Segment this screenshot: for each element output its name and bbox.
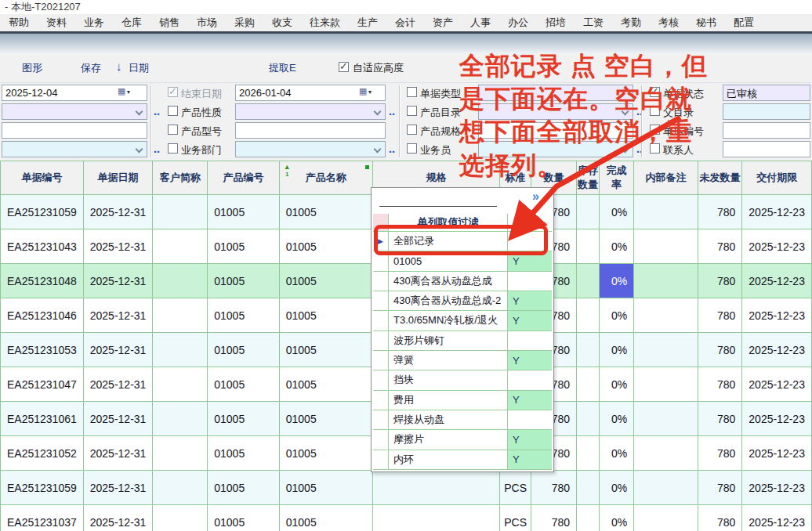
cell-product-name[interactable]: 01005 [279,298,372,333]
cell-due-date[interactable]: 2025-12-23 [742,436,812,471]
cell-unsent-qty[interactable]: 780 [698,436,741,471]
popup-item-label[interactable]: 430离合器从动盘总成-2 [389,291,508,310]
end-date-checkbox[interactable] [168,87,178,97]
cell-unsent-qty[interactable]: 780 [698,298,741,333]
chevron-down-icon[interactable] [374,146,382,154]
save-button[interactable]: 保存 [81,61,101,75]
cell-stock-qty[interactable] [577,298,600,333]
column-header[interactable]: 单据日期 [83,161,153,195]
cell-unit[interactable]: PCS [500,471,531,505]
cell-internal-note[interactable] [634,505,698,531]
cell-product-name[interactable]: 01005 [279,264,372,298]
popup-multi-cell[interactable] [508,331,552,350]
column-header[interactable]: 完成 率 [599,161,633,195]
cell-spec[interactable] [372,471,500,505]
cell-product-name[interactable]: 01005 [279,436,372,471]
cell-stock-qty[interactable] [577,333,600,367]
menu-item[interactable]: 招培 [537,14,575,31]
product-catalog-checkbox[interactable] [407,106,417,116]
popup-multi-cell[interactable]: Y [508,311,552,330]
chevron-down-icon[interactable] [136,108,143,116]
cell-unsent-qty[interactable]: 780 [698,333,741,367]
cell-product-name[interactable]: 01005 [279,333,372,367]
popup-item-label[interactable]: 波形片铆钉 [389,331,508,350]
parent-catalog-input[interactable] [723,103,810,120]
menu-item[interactable]: 考核 [650,14,687,31]
menu-item[interactable]: 业务 [75,14,113,31]
cell-doc-date[interactable]: 2025-12-31 [83,505,153,531]
cell-doc-date[interactable]: 2025-12-31 [83,402,153,436]
cell-product-name[interactable]: 01005 [279,471,372,505]
cell-customer[interactable] [153,333,208,367]
popup-row[interactable]: 内环Y [373,450,552,470]
browse-button[interactable]: ‥ [154,144,161,155]
cell-product-code[interactable]: 01005 [208,436,280,471]
menu-item[interactable]: 配置 [725,14,763,31]
text-input[interactable] [235,122,386,139]
chevron-down-icon[interactable] [136,146,143,154]
cell-internal-note[interactable] [634,367,698,402]
popup-row[interactable]: 费用Y [373,391,552,410]
cell-complete-rate[interactable]: 0% [599,402,633,436]
expand-icon[interactable]: » [532,190,539,204]
cell-unsent-qty[interactable]: 780 [698,229,741,264]
cell-unit[interactable]: PCS [500,505,531,531]
cell-doc-date[interactable]: 2025-12-31 [83,436,153,471]
cell-due-date[interactable]: 2025-12-23 [742,367,812,402]
cell-doc-no[interactable]: EA251231043 [1,229,84,264]
popup-search-input[interactable] [379,193,497,207]
cell-doc-no[interactable]: EA251231046 [1,298,84,333]
cell-due-date[interactable]: 2025-12-23 [742,402,812,436]
popup-item-label[interactable]: 摩擦片 [389,430,508,449]
extract-button[interactable]: 提取E [269,61,296,75]
chevron-down-icon[interactable] [374,108,382,116]
menu-item[interactable]: 秘书 [687,14,725,31]
cell-internal-note[interactable] [634,298,698,333]
popup-multi-cell[interactable]: Y [508,391,552,410]
cell-product-name[interactable]: 01005 [279,505,372,531]
cell-due-date[interactable]: 2025-12-23 [742,505,812,531]
menu-item[interactable]: 办公 [499,14,537,31]
cell-doc-no[interactable]: EA251231037 [1,505,84,531]
cell-doc-date[interactable]: 2025-12-31 [83,471,153,505]
cell-doc-date[interactable]: 2025-12-31 [83,333,153,367]
cell-qty[interactable]: 780 [531,505,576,531]
table-row[interactable]: EA2512310372025-12-310100501005PCS7800%7… [1,505,812,531]
cell-product-name[interactable]: 01005 [279,195,372,229]
cell-doc-date[interactable]: 2025-12-31 [83,195,153,229]
cell-customer[interactable] [153,471,208,505]
autofit-checkbox[interactable] [339,62,349,72]
cell-complete-rate[interactable]: 0% [599,298,633,333]
menu-item[interactable]: 往来款 [301,14,349,31]
popup-multi-cell[interactable]: Y [508,450,552,469]
cell-unsent-qty[interactable]: 780 [698,264,741,298]
menu-item[interactable]: 资料 [38,14,75,31]
menu-item[interactable]: 收支 [263,14,301,31]
cell-unsent-qty[interactable]: 780 [698,471,741,505]
cell-customer[interactable] [153,264,208,298]
cell-complete-rate[interactable]: 0% [599,367,633,402]
popup-row[interactable]: 430离合器从动盘总成 [373,272,552,291]
contact-input[interactable] [723,141,810,157]
browse-button[interactable]: ‥ [389,144,396,155]
cell-stock-qty[interactable] [577,264,600,298]
cell-stock-qty[interactable] [577,505,600,531]
cell-complete-rate[interactable]: 0% [599,333,633,367]
popup-item-label[interactable]: 内环 [389,450,508,469]
popup-row[interactable]: 430离合器从动盘总成-2Y [373,291,552,311]
cell-internal-note[interactable] [634,471,698,505]
cell-stock-qty[interactable] [577,436,600,471]
cell-stock-qty[interactable] [577,402,600,436]
column-header[interactable]: 交付期限 [742,161,812,195]
popup-row[interactable]: T3.0/65MN冷轧板/退火Y [373,311,552,331]
cell-complete-rate[interactable]: 0% [599,436,633,471]
popup-multi-cell[interactable]: Y [508,351,552,370]
popup-item-label[interactable]: 弹簧 [389,351,508,370]
business-dept-checkbox[interactable] [168,143,178,154]
cell-customer[interactable] [153,402,208,436]
cell-due-date[interactable]: 2025-12-23 [742,195,812,229]
cell-customer[interactable] [153,436,208,471]
menu-item[interactable]: 仓库 [113,14,150,31]
table-row[interactable]: EA2512310592025-12-310100501005PCS7800%7… [1,471,812,505]
cell-doc-no[interactable]: EA251231048 [1,264,84,298]
